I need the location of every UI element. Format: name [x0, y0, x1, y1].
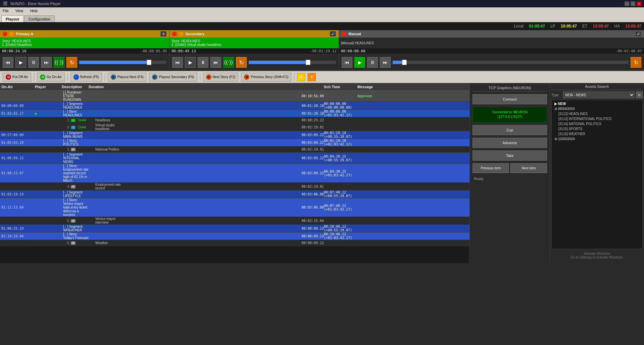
primary-power-btn[interactable] — [3, 32, 7, 36]
table-row[interactable]: 00:57:00.00 [ - ] Segment: MAIN NEWS 00:… — [0, 131, 469, 139]
table-row[interactable]: 6. P Weather 00:00:09.12 — [0, 240, 469, 246]
table-row[interactable]: 2. S OnAir Virtual studio headlines 00:0… — [0, 123, 469, 131]
menubar: File View Help — [0, 7, 644, 14]
primary-play-btn[interactable]: ▶ — [15, 57, 26, 68]
refresh-icon: ↻ — [73, 74, 79, 80]
transport-primary: ⏮ ▶ ⏸ ⏭ ((·)) ↻ — [0, 54, 169, 71]
tree-date-1: ⊖ 08/04/2024 — [553, 106, 641, 111]
secondary-power-btn[interactable] — [172, 32, 177, 36]
manual-loop-btn[interactable]: ↻ — [631, 57, 641, 68]
lp-clock: 10:05:47 — [561, 24, 577, 28]
close-button[interactable]: ✕ — [637, 1, 641, 6]
assets-refresh-button[interactable]: ↻ — [636, 92, 643, 98]
primary-volume-btn[interactable]: 🔇 — [160, 31, 166, 37]
primary-title: Primary A — [16, 32, 34, 36]
manual-skip-fwd-btn[interactable]: ⏭ — [380, 57, 391, 68]
table-row[interactable]: 00:00:00.00 [ - ] Segment: HEADLINES 00:… — [0, 102, 469, 110]
list-item[interactable]: [3112] HEADLINES — [553, 111, 641, 116]
secondary-sync-btn[interactable]: ↻ — [236, 57, 247, 68]
tcp-take-button[interactable]: Take — [473, 151, 547, 161]
primary-record-btn[interactable] — [9, 32, 14, 36]
col-schtime: Sch Time — [324, 85, 357, 89]
tcp-connect-button[interactable]: Connect — [473, 94, 547, 104]
secondary-timecode: 00:00:49.13 -00:01:29.12 — [169, 48, 339, 54]
sep2 — [67, 73, 68, 81]
star-btn-1[interactable]: ★ — [297, 73, 305, 81]
manual-play-btn[interactable]: ▶ — [354, 57, 365, 68]
refresh-button[interactable]: ↻ Refresh (F5) — [70, 73, 102, 81]
activate-windows-notice: Activate Windows Go to Settings to activ… — [551, 249, 643, 262]
maximize-button[interactable]: □ — [631, 1, 635, 6]
rundown-body: [-] Rundown: ETERE RUNDOWN 00:10:56.00 A… — [0, 91, 469, 263]
secondary-skip-back-btn[interactable]: ⏮ — [172, 57, 183, 68]
secondary-loop-btn[interactable]: ((·)) — [223, 57, 234, 68]
manual-story: [Manual] HEADLINES — [339, 38, 644, 48]
table-row[interactable]: 01:03:19.19 [ - ] Segment: LIFESTYLE 00:… — [0, 190, 469, 198]
tcp-previous-item-button[interactable]: Previous item — [473, 163, 509, 173]
action-bar: ⏻ Put Off-Air ⏻ Go On-Air ↻ Refresh (F5)… — [0, 71, 644, 83]
table-row[interactable]: 01:11:23.04 [ - ] Story: Venice mayor ha… — [0, 198, 469, 217]
list-item[interactable]: [3115] SPORTS — [553, 126, 641, 131]
sep4 — [200, 73, 200, 81]
table-row[interactable]: 01:00:09.22 [ - ] Segment: INTERNAL NEWS… — [0, 153, 469, 164]
playout-secondary-button[interactable]: ▶ Playout Secondary (F6) — [149, 73, 197, 81]
table-row[interactable]: 01:14:29.04 [ - ] Story: Today's Forecas… — [0, 232, 469, 240]
list-item[interactable]: [3113] INTERNATIONAL POLITICS — [553, 116, 641, 121]
secondary-record-btn[interactable] — [179, 32, 184, 36]
primary-skip-back-btn[interactable]: ⏮ — [3, 57, 13, 68]
table-row[interactable]: 01:05:03.10 [ - ] Story: POLITICS 00:03:… — [0, 139, 469, 147]
prev-story-icon: ◀ — [244, 74, 249, 80]
menu-help[interactable]: Help — [29, 8, 39, 13]
table-row[interactable]: 01:08:13.07 [ - ] Story: Employment rate… — [0, 164, 469, 183]
put-off-air-button[interactable]: ⏻ Put Off-Air — [3, 73, 31, 81]
sep3 — [105, 73, 105, 81]
tcp-next-item-button[interactable]: Next item — [510, 163, 547, 173]
manual-progress[interactable] — [393, 61, 629, 64]
table-row[interactable]: 5. P Venice mayor interview 00:02:15.04 — [0, 217, 469, 225]
secondary-volume-btn[interactable]: 🔊 — [330, 31, 336, 37]
primary-pause-btn[interactable]: ⏸ — [28, 57, 39, 68]
secondary-skip-fwd-btn[interactable]: ⏭ — [210, 57, 221, 68]
primary-skip-fwd-btn[interactable]: ⏭ — [41, 57, 52, 68]
menu-file[interactable]: File — [1, 8, 10, 13]
table-row[interactable]: 01:03:42.17 ▶ [ - ] Story: HEADLINES 00:… — [0, 110, 469, 117]
manual-skip-back-btn[interactable]: ⏮ — [342, 57, 352, 68]
star-btn-2[interactable]: ★ — [308, 73, 316, 81]
manual-pause-btn[interactable]: ⏸ — [367, 57, 378, 68]
table-row[interactable]: 01:06:25.19 [ - ] Segment: WHEATHER 00:0… — [0, 225, 469, 232]
next-story-button[interactable]: ▶ Next Story (F2) — [203, 73, 239, 81]
tree-new-group[interactable]: ▶ NEW — [553, 101, 641, 106]
list-item[interactable]: [3114] NATIONAL POLITICS — [553, 121, 641, 126]
table-row[interactable]: 4. P Employment rate record 00:02:19.01 — [0, 183, 469, 190]
secondary-play-btn[interactable]: ▶ — [185, 57, 196, 68]
menu-view[interactable]: View — [14, 8, 25, 13]
rundown-header: On-Air Player Description Duration Sch T… — [0, 83, 469, 91]
tab-configuration[interactable]: Configuration — [24, 15, 55, 22]
minimize-button[interactable]: — — [625, 1, 629, 6]
assets-type-select[interactable]: NEW - NEWS — [563, 92, 635, 98]
manual-power-btn[interactable] — [342, 32, 346, 36]
col-player: Player — [35, 85, 62, 89]
primary-loop-btn[interactable]: ((·)) — [54, 57, 64, 68]
tab-playout[interactable]: Playout — [1, 15, 23, 22]
secondary-title: Secondary — [186, 32, 204, 36]
go-on-air-button[interactable]: ⏻ Go On-Air — [37, 73, 65, 81]
secondary-pause-btn[interactable]: ⏸ — [198, 57, 208, 68]
tcp-status: Ready — [473, 176, 547, 182]
titlebar-controls[interactable]: — □ ✕ — [625, 1, 641, 6]
table-row[interactable]: 1. A OnAir Headlines 00:00:29.22 — [0, 117, 469, 123]
primary-progress[interactable] — [79, 61, 166, 64]
preview-primary-panel: Primary A 🔇 Story: HEADLINES 1. [OnAir] … — [0, 30, 169, 54]
playout-next-button[interactable]: ▶ Playout Next (F4) — [108, 73, 147, 81]
col-message: Message — [357, 85, 418, 89]
tcp-cue-button[interactable]: Cue — [473, 125, 547, 135]
table-row[interactable]: [-] Rundown: ETERE RUNDOWN 00:10:56.00 A… — [0, 91, 469, 102]
previous-story-button[interactable]: ◀ Previous Story (Shift+F2) — [241, 73, 291, 81]
tcp-advance-button[interactable]: Advance — [473, 138, 547, 148]
manual-volume-btn[interactable]: 🔊 — [635, 31, 641, 37]
app-title: NUNZIO - Etere Nunzio Player — [10, 2, 61, 6]
secondary-progress[interactable] — [249, 61, 336, 64]
primary-sync-btn[interactable]: ↻ — [66, 57, 77, 68]
table-row[interactable]: 3. P National Politics 00:02:19.01 — [0, 147, 469, 153]
list-item[interactable]: [3116] WEATHER — [553, 131, 641, 136]
